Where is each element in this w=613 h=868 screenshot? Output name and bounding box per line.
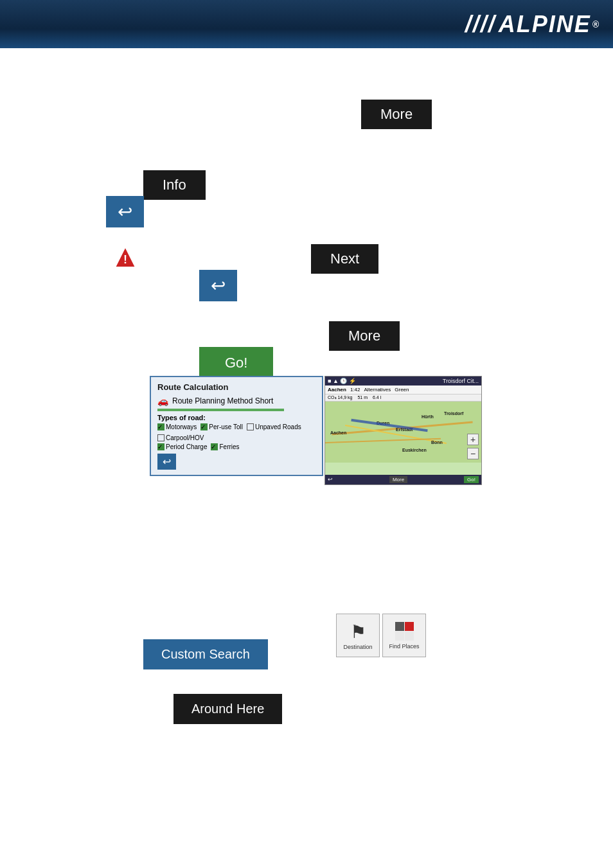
motorways-check-icon: ✓	[157, 423, 164, 430]
page-content: More Info ↩ ! Next ↩ More Go! Route Calc…	[0, 48, 613, 868]
route-panel-title: Route Calculation	[157, 382, 315, 392]
map-city-name: Aachen	[328, 387, 346, 393]
map-stats-bar: CO₂ 14,9 kg 51 m 6.4 l	[325, 394, 481, 402]
route-calculation-panel: Route Calculation 🚗 Route Planning Metho…	[150, 376, 323, 476]
map-panel: ■ ▲ 🕒 ⚡ Troisdorf Cit... Aachen 1:42 Alt…	[324, 376, 482, 485]
motorways-label: Motorways	[166, 423, 197, 430]
map-route-info: 1:42	[350, 387, 360, 393]
more-button-2[interactable]: More	[329, 321, 400, 351]
checkbox-row-1: ✓ Motorways ✓ Per-use Toll Unpaved Roads…	[157, 423, 315, 441]
svg-text:!: !	[123, 253, 127, 266]
more-button-1-container: More	[361, 100, 432, 129]
next-button[interactable]: Next	[311, 244, 378, 274]
car-icon: 🚗	[157, 396, 168, 406]
icon-group: ⚑ Destination Find Places	[336, 614, 426, 657]
custom-search-button-container: Custom Search	[143, 639, 268, 669]
more-button-1[interactable]: More	[361, 100, 432, 129]
map-header-city: Troisdorf Cit...	[443, 378, 479, 384]
grid-icon-2	[405, 622, 414, 631]
types-label: Types of road:	[157, 414, 315, 421]
map-green: Green	[395, 387, 409, 393]
panel-back-button[interactable]: ↩	[157, 454, 176, 470]
panel-back-arrow-icon: ↩	[163, 456, 171, 467]
find-places-button[interactable]: Find Places	[382, 614, 426, 657]
map-panel-container: ■ ▲ 🕒 ⚡ Troisdorf Cit... Aachen 1:42 Alt…	[324, 376, 482, 485]
map-fuel: 6.4 l	[373, 395, 381, 400]
destination-flag-icon: ⚑	[350, 621, 366, 642]
map-header-left: ■ ▲ 🕒 ⚡	[328, 378, 356, 384]
map-city-hurth: Hürth	[422, 414, 434, 419]
back-button-1-container: ↩	[106, 196, 144, 227]
unpaved-roads-label: Unpaved Roads	[255, 423, 301, 430]
header: ////ALPINE ®	[0, 0, 613, 48]
map-go-button[interactable]: Go!	[464, 476, 479, 483]
ferries-checkbox[interactable]: ✓ Ferries	[211, 443, 239, 450]
grid-icon-4	[405, 632, 414, 641]
period-charge-label: Period Charge	[166, 443, 207, 450]
grid-icon-1	[395, 622, 404, 631]
map-city-troisdorf: Troisdorf	[444, 411, 463, 416]
map-body: Aachen Duren Hürth Erfstadt Troisdorf Bo…	[325, 402, 481, 463]
carpool-hov-check-icon	[157, 434, 164, 441]
map-alternatives: Alternatives	[364, 387, 391, 393]
back-button-1[interactable]: ↩	[106, 196, 144, 227]
back-arrow-2-icon: ↩	[211, 275, 226, 296]
map-city-bonn: Bonn	[431, 440, 443, 445]
next-button-container: Next	[311, 244, 378, 274]
more-button-2-container: More	[329, 321, 400, 351]
destination-label: Destination	[343, 644, 372, 650]
find-places-icon-content: Find Places	[389, 622, 419, 650]
map-footer-back-icon: ↩	[328, 476, 333, 483]
map-more-button[interactable]: More	[389, 476, 407, 483]
per-use-toll-checkbox[interactable]: ✓ Per-use Toll	[200, 423, 243, 430]
map-city-euskirchen: Euskirchen	[402, 448, 427, 452]
checkbox-row-2: ✓ Period Charge ✓ Ferries	[157, 443, 315, 450]
go-button[interactable]: Go!	[199, 347, 273, 379]
route-bar	[157, 409, 284, 411]
logo-brand: ALPINE	[499, 11, 591, 38]
map-road-3	[325, 438, 441, 443]
around-here-button[interactable]: Around Here	[173, 694, 282, 724]
warning-icon-container: !	[112, 244, 138, 272]
unpaved-roads-checkbox[interactable]: Unpaved Roads	[247, 423, 301, 430]
map-header: ■ ▲ 🕒 ⚡ Troisdorf Cit...	[325, 376, 481, 385]
motorways-checkbox[interactable]: ✓ Motorways	[157, 423, 197, 430]
map-footer: ↩ More Go!	[325, 475, 481, 484]
route-method-label: Route Planning Method Short	[172, 396, 273, 405]
alpine-logo: ////ALPINE ®	[465, 11, 600, 38]
period-charge-check-icon: ✓	[157, 443, 164, 450]
period-charge-checkbox[interactable]: ✓ Period Charge	[157, 443, 207, 450]
custom-search-button[interactable]: Custom Search	[143, 639, 268, 669]
ferries-check-icon: ✓	[211, 443, 218, 450]
map-info-bar: Aachen 1:42 Alternatives Green	[325, 385, 481, 394]
map-co2: CO₂ 14,9 kg	[328, 395, 352, 400]
map-zoom-out-button[interactable]: −	[467, 448, 479, 459]
info-button-container: Info	[143, 170, 206, 200]
find-places-grid-icon	[395, 622, 414, 641]
per-use-toll-label: Per-use Toll	[209, 423, 243, 430]
back-button-2-container: ↩	[199, 270, 237, 301]
grid-icon-3	[395, 632, 404, 641]
go-button-container: Go!	[199, 347, 273, 379]
carpool-hov-label: Carpool/HOV	[166, 434, 204, 441]
destination-icons-group: ⚑ Destination Find Places	[336, 614, 426, 657]
map-zoom-in-button[interactable]: +	[467, 434, 479, 445]
info-button[interactable]: Info	[143, 170, 206, 200]
logo-stripes: ////	[465, 11, 496, 38]
logo-registered: ®	[592, 19, 600, 30]
ferries-label: Ferries	[219, 443, 239, 450]
warning-icon: !	[112, 244, 138, 270]
carpool-hov-checkbox[interactable]: Carpool/HOV	[157, 434, 204, 441]
map-city-aachen: Aachen	[330, 430, 346, 435]
map-distance: 51 m	[357, 395, 368, 400]
back-button-2[interactable]: ↩	[199, 270, 237, 301]
find-places-label: Find Places	[389, 643, 419, 650]
route-method: 🚗 Route Planning Method Short	[157, 396, 315, 406]
per-use-toll-check-icon: ✓	[200, 423, 208, 430]
back-arrow-1-icon: ↩	[118, 201, 132, 222]
unpaved-roads-check-icon	[247, 423, 254, 430]
around-here-button-container: Around Here	[173, 694, 282, 724]
destination-button[interactable]: ⚑ Destination	[336, 614, 380, 657]
